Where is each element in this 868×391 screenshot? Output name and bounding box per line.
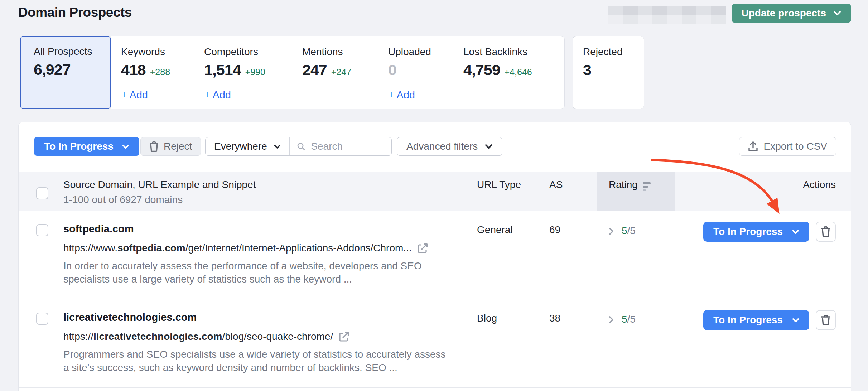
trash-icon (821, 226, 830, 237)
tab-lost-backlinks[interactable]: Lost Backlinks 4,759 +4,646 (453, 36, 564, 109)
tab-all-prospects[interactable]: All Prospects 6,927 (20, 36, 111, 109)
url-type-value: General (477, 211, 549, 299)
export-to-csv-label: Export to CSV (764, 141, 827, 152)
add-keywords-link[interactable]: + Add (121, 89, 194, 101)
scope-select[interactable]: Everywhere (206, 137, 290, 155)
prospect-tabs: All Prospects 6,927 Keywords 418 +288 + … (20, 36, 644, 109)
bulk-to-in-progress-label: To In Progress (44, 141, 114, 152)
url-text[interactable]: https://www.softpedia.com/get/Internet/I… (63, 242, 412, 254)
pagination-summary: 1-100 out of 6927 domains (63, 194, 477, 206)
tab-count: 418 (121, 61, 146, 79)
tab-rejected[interactable]: Rejected 3 (573, 36, 644, 109)
sort-descending-icon (643, 182, 651, 191)
tab-delta: +990 (245, 67, 265, 77)
add-competitors-link[interactable]: + Add (204, 89, 292, 101)
rating-cell: 5/5 (597, 299, 675, 387)
tab-count: 1,514 (204, 61, 241, 79)
bulk-to-in-progress-button[interactable]: To In Progress (34, 137, 139, 156)
tab-mentions[interactable]: Mentions 247 +247 (292, 36, 378, 109)
row-delete-button[interactable] (816, 222, 836, 242)
search-input[interactable] (311, 141, 384, 152)
top-bar: Domain Prospects Update prospects (18, 0, 851, 36)
tab-label: Uploaded (388, 46, 453, 58)
search-icon (297, 141, 305, 151)
add-uploaded-link[interactable]: + Add (388, 89, 453, 101)
tab-count: 3 (583, 61, 591, 79)
redacted-account-info (608, 6, 726, 24)
rating-cell: 5/5 (597, 211, 675, 299)
source-domain[interactable]: licreativetechnologies.com (63, 312, 477, 323)
update-prospects-label: Update prospects (742, 8, 826, 19)
table-toolbar: To In Progress Reject Everywhere Advance… (19, 122, 851, 172)
rating-value: 5/5 (622, 314, 636, 325)
row-action-label: To In Progress (713, 226, 783, 237)
column-actions: Actions (675, 172, 836, 211)
search-box (290, 137, 391, 155)
chevron-down-icon (485, 144, 493, 149)
tab-delta: +4,646 (505, 67, 532, 77)
scope-search-group: Everywhere (205, 137, 392, 156)
update-prospects-button[interactable]: Update prospects (732, 4, 852, 23)
row-to-in-progress-button[interactable]: To In Progress (703, 222, 809, 242)
tab-count: 0 (388, 61, 396, 79)
chevron-right-icon[interactable] (609, 316, 614, 324)
table-row: softpedia.com https://www.softpedia.com/… (19, 211, 851, 299)
snippet-text: In order to accurately assess the perfor… (63, 259, 450, 286)
chevron-down-icon (833, 11, 841, 16)
tab-label: Lost Backlinks (463, 46, 564, 58)
scope-label: Everywhere (214, 141, 267, 152)
url-example: https://www.softpedia.com/get/Internet/I… (63, 242, 477, 254)
tab-count: 247 (302, 61, 327, 79)
chevron-down-icon (792, 230, 799, 234)
tab-label: Mentions (302, 46, 378, 58)
column-as[interactable]: AS (549, 172, 597, 211)
chevron-down-icon (122, 144, 129, 149)
url-text[interactable]: https://licreativetechnologies.com/blog/… (63, 331, 333, 342)
chevron-right-icon[interactable] (609, 227, 614, 235)
row-delete-button[interactable] (816, 310, 836, 330)
tab-delta: +247 (331, 67, 351, 77)
chevron-down-icon (274, 144, 281, 149)
tab-label: Competitors (204, 46, 292, 58)
page-title: Domain Prospects (18, 5, 132, 20)
export-icon (748, 141, 758, 152)
row-to-in-progress-button[interactable]: To In Progress (703, 310, 809, 330)
tab-delta: +288 (150, 67, 170, 77)
row-checkbox[interactable] (36, 224, 48, 236)
tab-competitors[interactable]: Competitors 1,514 +990 + Add (194, 36, 292, 109)
tab-count: 4,759 (463, 61, 500, 79)
advanced-filters-label: Advanced filters (406, 141, 478, 152)
export-to-csv-button[interactable]: Export to CSV (739, 137, 836, 156)
reject-label: Reject (164, 141, 192, 152)
column-url-type[interactable]: URL Type (477, 172, 549, 211)
column-rating[interactable]: Rating (597, 172, 675, 211)
tab-label: Rejected (583, 46, 644, 58)
table-header-row: Source Domain, URL Example and Snippet 1… (19, 172, 851, 211)
row-checkbox[interactable] (36, 313, 48, 325)
tab-label: All Prospects (34, 46, 110, 57)
column-rating-label: Rating (609, 179, 638, 190)
url-type-value: Blog (477, 299, 549, 387)
reject-button[interactable]: Reject (140, 137, 201, 156)
tab-keywords[interactable]: Keywords 418 +288 + Add (111, 36, 194, 109)
tab-count: 6,927 (34, 61, 71, 78)
prospects-panel: To In Progress Reject Everywhere Advance… (18, 122, 851, 391)
trash-icon (149, 141, 159, 152)
external-link-icon[interactable] (418, 243, 428, 254)
tab-group: Keywords 418 +288 + Add Competitors 1,51… (111, 36, 565, 109)
external-link-icon[interactable] (339, 331, 349, 342)
select-all-checkbox[interactable] (36, 187, 48, 199)
table-row: licreativetechnologies.com https://licre… (19, 299, 851, 388)
row-action-label: To In Progress (713, 314, 783, 326)
chevron-down-icon (792, 318, 799, 323)
as-value: 38 (549, 299, 597, 387)
tab-uploaded[interactable]: Uploaded 0 + Add (378, 36, 453, 109)
as-value: 69 (549, 211, 597, 299)
source-domain[interactable]: softpedia.com (63, 223, 477, 235)
url-example: https://licreativetechnologies.com/blog/… (63, 331, 477, 342)
domain-prospects-page: Domain Prospects Update prospects All Pr… (0, 0, 868, 391)
snippet-text: Programmers and SEO specialists use a wi… (63, 348, 450, 374)
rating-value: 5/5 (622, 225, 636, 237)
advanced-filters-button[interactable]: Advanced filters (397, 137, 502, 156)
tab-label: Keywords (121, 46, 194, 58)
